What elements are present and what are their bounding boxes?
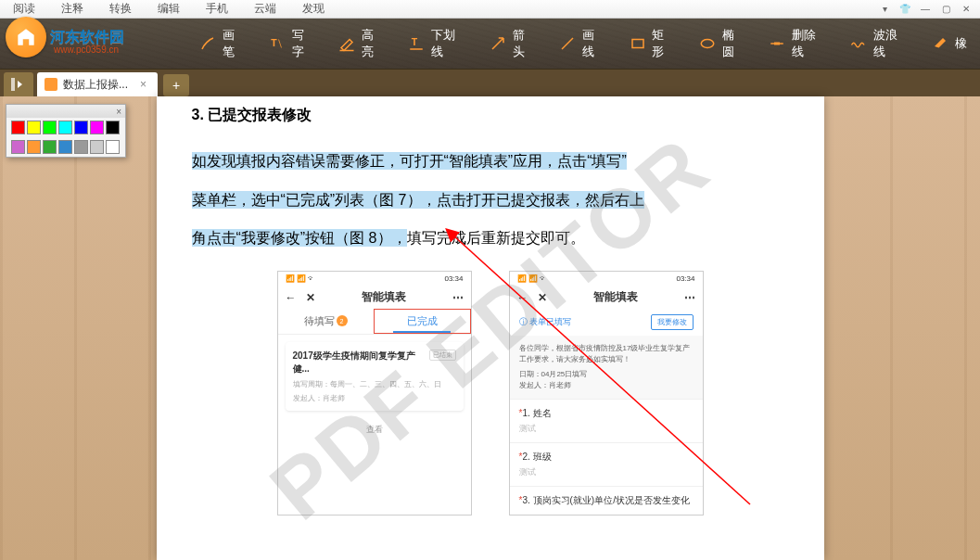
menu-discover[interactable]: 发现 [289,1,337,17]
form-card: 已结束 2017级学生疫情期间复学复产健... 填写周期：每周一、二、三、四、五… [286,342,464,411]
minimize-icon[interactable]: — [919,3,932,16]
notice: 各位同学，根据省市疫情防控及17级毕业生复学复产工作要求，请大家务必如实填写！ … [510,336,703,399]
text-icon: T [268,34,286,53]
svg-rect-9 [11,78,15,91]
svg-rect-5 [632,40,643,48]
color-swatch[interactable] [90,121,104,134]
color-swatch[interactable] [58,121,72,134]
eraser-icon [931,34,949,53]
close-icon: ✕ [306,291,315,304]
view-more: 查看 [278,418,471,441]
annotation-toolbar: 河东软件园 www.pc0359.cn 画笔 T写字 高亮 T下划线 箭头 画线… [0,19,980,69]
menu-cloud[interactable]: 云端 [241,1,289,17]
wave-icon [849,34,868,53]
tool-strike[interactable]: 删除线 [758,23,836,64]
tab-title: 数据上报操... [63,77,128,93]
more-icon: ⋯ [684,291,695,304]
highlight-icon [337,34,356,53]
back-icon: ← [517,291,528,304]
document-page: PDF EDITOR 3. 已提交报表修改 如发现填报内容错误需要修正，可打开“… [157,96,824,560]
back-icon: ← [286,291,297,304]
svg-text:T: T [271,37,277,48]
rect-icon [629,34,647,53]
highlighted-text[interactable]: 如发现填报内容错误需要修正，可打开“智能填表”应用，点击“填写” [192,152,627,170]
phone-screenshot-1: 📶 📶 ᯤ03:34 ←✕智能填表⋯ 待填写2 已完成 已结束 2017级学生疫… [277,271,472,515]
tab-close-icon[interactable]: × [136,78,150,91]
menu-mobile[interactable]: 手机 [193,1,241,17]
color-swatch[interactable] [27,121,41,134]
svg-text:T: T [412,36,418,47]
tool-text[interactable]: T写字 [259,23,325,64]
maximize-icon[interactable]: ▢ [939,3,952,16]
doc-heading: 3. 已提交报表修改 [192,106,796,125]
color-palette[interactable]: × [6,104,126,158]
brush-icon [198,34,217,53]
info-icon: ⓘ 表单已填写 [519,316,572,328]
arrow-icon [489,34,507,53]
phone-screenshot-2: 📶 📶 ᯤ03:34 ←✕智能填表⋯ ⓘ 表单已填写 我要修改 各位同学，根据省… [509,271,704,515]
tab-pending: 待填写2 [278,309,374,334]
close-icon[interactable]: ✕ [960,3,973,16]
menu-convert[interactable]: 转换 [96,1,145,17]
tab-add-button[interactable]: + [163,74,189,96]
color-swatch[interactable] [27,140,41,154]
modify-button: 我要修改 [651,314,694,330]
highlighted-text[interactable]: 菜单栏，选中“已完成”列表（图 7），点击打开已提交报表，然后右上 [192,191,644,209]
highlighted-text[interactable]: 角点击“我要修改”按钮（图 8）， [192,229,407,247]
tool-ellipse[interactable]: 椭圆 [689,23,755,64]
tabbar: 数据上报操... × + [0,69,980,96]
color-swatch[interactable] [11,140,25,154]
color-swatch[interactable] [90,140,104,154]
color-swatch[interactable] [106,140,120,154]
color-swatch[interactable] [74,140,88,154]
site-url: www.pc0359.cn [54,45,119,55]
svg-line-4 [562,38,573,49]
color-swatch[interactable] [74,121,88,134]
tool-highlight[interactable]: 高亮 [328,23,394,64]
tool-line[interactable]: 画线 [550,23,616,64]
color-swatch[interactable] [106,121,120,134]
color-swatch[interactable] [43,140,57,154]
more-icon: ⋯ [452,291,464,304]
logo-icon [6,17,46,57]
menu-read[interactable]: 阅读 [0,1,48,17]
workspace: × PDF EDITOR 3. 已提交报表修改 如发现填报内容错误需要修正，可打… [0,96,980,560]
strike-icon [768,34,786,53]
tab-completed: 已完成 [374,309,471,334]
doc-paragraph: 如发现填报内容错误需要修正，可打开“智能填表”应用，点击“填写” 菜单栏，选中“… [192,142,796,258]
palette-close-icon[interactable]: × [116,107,121,117]
underline-icon: T [407,34,426,53]
menu-annotate[interactable]: 注释 [48,1,96,17]
menubar: 阅读 注释 转换 编辑 手机 云端 发现 ▾ 👕 — ▢ ✕ [0,0,980,19]
sidebar-toggle[interactable] [4,72,33,96]
pdf-icon [45,78,57,91]
document-tab[interactable]: 数据上报操... × [37,72,158,96]
color-swatch[interactable] [43,121,57,134]
shirt-icon[interactable]: 👕 [898,3,911,16]
tool-wave[interactable]: 波浪线 [840,23,918,64]
doc-text: 填写完成后重新提交即可。 [407,230,585,246]
ellipse-icon [698,34,717,53]
line-icon [559,34,578,53]
tool-eraser[interactable]: 橡 [922,23,976,64]
tool-underline[interactable]: T下划线 [398,23,476,64]
close-icon: ✕ [538,291,547,304]
color-swatch[interactable] [58,140,72,154]
color-swatch[interactable] [11,121,25,134]
tool-rect[interactable]: 矩形 [619,23,685,64]
tool-brush[interactable]: 画笔 [189,23,255,64]
pin-icon[interactable]: ▾ [878,3,891,16]
tool-arrow[interactable]: 箭头 [479,23,545,64]
svg-point-6 [701,40,714,48]
menu-edit[interactable]: 编辑 [145,1,193,17]
